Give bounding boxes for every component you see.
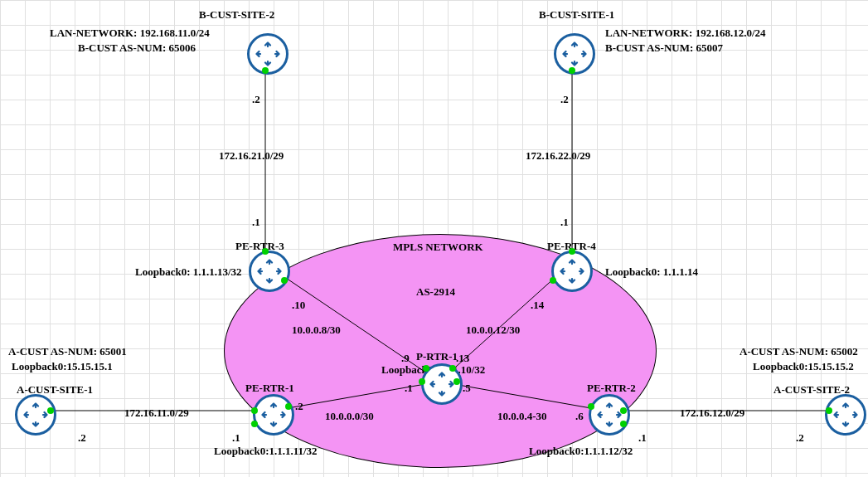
a2-loopback: Loopback0:15.15.15.2: [753, 360, 854, 373]
link-lines: [0, 0, 868, 477]
pe-rtr-2-name: PE-RTR-2: [587, 382, 636, 395]
router-pe-rtr-1[interactable]: [253, 394, 294, 436]
link-pe4-b1-subnet: 172.16.22.0/29: [526, 149, 590, 163]
link-p-pe2-subnet: 10.0.0.4-30: [497, 410, 547, 423]
pe-rtr-3-loopback: Loopback0: 1.1.1.13/32: [135, 265, 242, 279]
b1-asnum: B-CUST AS-NUM: 65007: [605, 41, 723, 55]
link-p-pe3-ip-pe: .10: [292, 299, 305, 312]
link-pe4-b1-ip-cust: .2: [560, 93, 569, 106]
link-pe3-b2-ip-cust: .2: [252, 93, 260, 106]
link-p-pe3-ip-p: .9: [401, 352, 410, 365]
cloud-as: AS-2914: [416, 285, 455, 299]
b2-lan: LAN-NETWORK: 192.168.11.0/24: [50, 27, 210, 40]
pe-rtr-4-loopback: Loopback0: 1.1.1.14: [605, 265, 698, 279]
link-p-pe2-ip-p: .5: [463, 382, 471, 395]
router-pe-rtr-2[interactable]: [589, 394, 630, 436]
b1-name: B-CUST-SITE-1: [539, 8, 614, 22]
link-pe1-a1-subnet: 172.16.11.0/29: [124, 406, 189, 420]
pe-rtr-1-loopback: Loopback0:1.1.1.11/32: [214, 445, 318, 458]
link-p-pe1-subnet: 10.0.0.0/30: [325, 410, 374, 423]
link-pe2-a2-subnet: 172.16.12.0/29: [680, 406, 744, 420]
p-rtr-1-name: P-RTR-1: [416, 350, 458, 363]
a2-asnum: A-CUST AS-NUM: 65002: [739, 345, 858, 358]
link-p-pe1-ip-p: .1: [405, 382, 413, 395]
link-pe2-a2-ip-cust: .2: [796, 431, 804, 445]
pe-rtr-3-name: PE-RTR-3: [235, 240, 284, 253]
link-p-pe4-subnet: 10.0.0.12/30: [466, 324, 520, 337]
link-pe2-a2-ip-pe: .1: [638, 431, 647, 445]
link-pe3-b2-subnet: 172.16.21.0/29: [219, 149, 284, 163]
router-a-cust-site-1[interactable]: [15, 394, 56, 436]
router-a-cust-site-2[interactable]: [825, 394, 866, 436]
cloud-title: MPLS NETWORK: [393, 241, 483, 254]
link-p-pe2-ip-pe: .6: [575, 410, 584, 423]
link-p-pe1-ip-pe: .2: [295, 400, 303, 413]
pe-rtr-2-loopback: Loopback0:1.1.1.12/32: [529, 445, 633, 458]
link-pe1-a1-ip-pe: .1: [232, 431, 240, 445]
link-pe3-b2-ip-pe: .1: [252, 216, 260, 229]
link-p-pe3-subnet: 10.0.0.8/30: [292, 324, 341, 337]
a1-loopback: Loopback0:15.15.15.1: [12, 360, 113, 373]
link-p-pe4-ip-p: .13: [456, 352, 469, 365]
link-p-pe4-ip-pe: .14: [531, 299, 544, 312]
router-pe-rtr-4[interactable]: [551, 251, 593, 292]
link-pe4-b1-ip-pe: .1: [560, 216, 569, 229]
a1-asnum: A-CUST AS-NUM: 65001: [8, 345, 127, 358]
router-pe-rtr-3[interactable]: [249, 251, 290, 292]
b2-name: B-CUST-SITE-2: [199, 8, 274, 22]
b1-lan: LAN-NETWORK: 192.168.12.0/24: [605, 27, 766, 40]
pe-rtr-1-name: PE-RTR-1: [245, 382, 294, 395]
b2-asnum: B-CUST AS-NUM: 65006: [78, 41, 196, 55]
link-pe1-a1-ip-cust: .2: [78, 431, 86, 445]
